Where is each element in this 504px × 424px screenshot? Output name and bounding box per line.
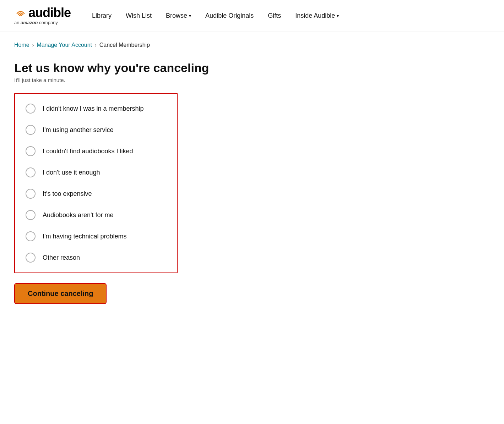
cancel-reason-6[interactable]: Audiobooks aren't for me (22, 204, 170, 226)
breadcrumb-current: Cancel Membership (99, 42, 150, 48)
cancel-reason-3[interactable]: I couldn't find audiobooks I liked (22, 141, 170, 162)
svg-point-0 (20, 15, 21, 16)
nav-wish-list[interactable]: Wish List (126, 12, 152, 20)
cancel-reason-7[interactable]: I'm having technical problems (22, 226, 170, 247)
amazon-subtitle: an amazon company (14, 20, 71, 25)
radio-circle-7 (26, 231, 36, 241)
cancel-reason-label-1: I didn't know I was in a membership (43, 105, 144, 112)
browse-chevron-icon: ▾ (189, 13, 191, 18)
logo-text: audible (28, 6, 71, 19)
cancel-reason-4[interactable]: I don't use it enough (22, 162, 170, 183)
breadcrumb-home[interactable]: Home (14, 42, 29, 48)
cancel-reason-label-3: I couldn't find audiobooks I liked (43, 148, 133, 155)
cancel-reasons-box: I didn't know I was in a membership I'm … (14, 93, 178, 273)
radio-circle-5 (26, 189, 36, 199)
nav-gifts[interactable]: Gifts (268, 12, 281, 20)
logo-area: audible an amazon company (14, 6, 71, 25)
radio-circle-4 (26, 167, 36, 177)
nav-browse[interactable]: Browse ▾ (166, 12, 191, 20)
page-title: Let us know why you're canceling (14, 61, 490, 75)
breadcrumb-sep-2: › (95, 42, 97, 48)
radio-circle-2 (26, 125, 36, 135)
radio-circle-6 (26, 210, 36, 220)
main-nav: Library Wish List Browse ▾ Audible Origi… (92, 12, 339, 20)
radio-circle-8 (26, 253, 36, 263)
breadcrumb: Home › Manage Your Account › Cancel Memb… (0, 32, 504, 48)
logo[interactable]: audible (14, 6, 71, 19)
nav-library[interactable]: Library (92, 12, 112, 20)
page-subtitle: It'll just take a minute. (14, 77, 490, 83)
nav-inside-audible[interactable]: Inside Audible ▾ (295, 12, 339, 20)
cancel-reason-label-2: I'm using another service (43, 126, 114, 134)
nav-audible-originals[interactable]: Audible Originals (205, 12, 254, 20)
breadcrumb-manage-account[interactable]: Manage Your Account (37, 42, 92, 48)
cancel-reason-1[interactable]: I didn't know I was in a membership (22, 98, 170, 119)
cancel-reason-5[interactable]: It's too expensive (22, 183, 170, 204)
cancel-reason-2[interactable]: I'm using another service (22, 119, 170, 141)
header: audible an amazon company Library Wish L… (0, 0, 504, 32)
audible-signal-icon (14, 8, 27, 16)
inside-audible-chevron-icon: ▾ (337, 13, 339, 18)
breadcrumb-sep-1: › (32, 42, 34, 48)
cancel-reason-label-6: Audiobooks aren't for me (43, 211, 114, 219)
nav-inside-audible-label: Inside Audible (295, 12, 335, 20)
main-content: Let us know why you're canceling It'll j… (0, 48, 504, 325)
continue-canceling-button[interactable]: Continue canceling (14, 283, 107, 304)
nav-browse-label: Browse (166, 12, 187, 20)
cancel-reason-label-7: I'm having technical problems (43, 233, 127, 240)
radio-circle-3 (26, 146, 36, 156)
radio-circle-1 (26, 104, 36, 114)
cancel-reason-label-8: Other reason (43, 254, 80, 261)
cancel-reason-8[interactable]: Other reason (22, 247, 170, 268)
cancel-reason-label-5: It's too expensive (43, 190, 92, 198)
cancel-reason-label-4: I don't use it enough (43, 169, 100, 176)
